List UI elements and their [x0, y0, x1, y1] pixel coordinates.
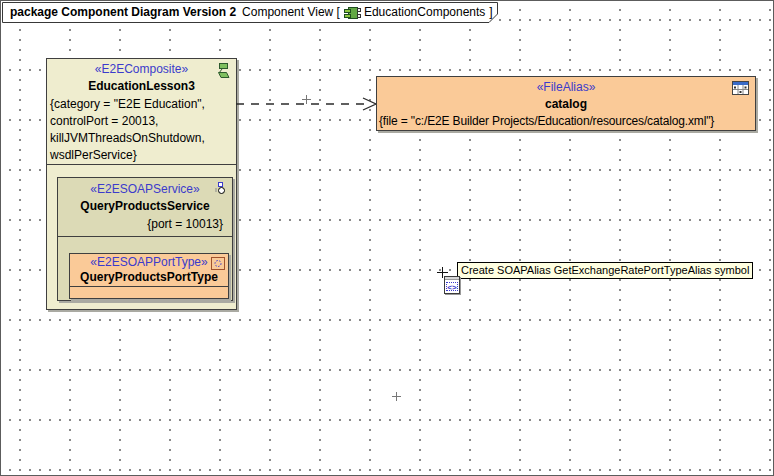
- node-query-products-service[interactable]: «E2ESOAPService» QueryProductsService {p…: [57, 177, 233, 301]
- component-icon: [344, 5, 361, 21]
- soap-service-icon: [213, 182, 226, 195]
- node-catalog[interactable]: «FileAlias» catalog {file = "c:/E2E Buil…: [376, 76, 756, 131]
- tooltip: Create SOAPAlias GetExchangeRatePortType…: [457, 262, 753, 279]
- compartment-separator: [70, 286, 228, 287]
- stereotype-label: «E2EComposite»: [47, 62, 236, 76]
- code-glyph: <>: [446, 282, 458, 291]
- file-property: {file = "c:/E2E Builder Projects/Educati…: [377, 113, 755, 130]
- compartment-separator: [47, 164, 236, 165]
- crosshair-icon: [442, 267, 443, 278]
- node-education-lesson3[interactable]: «E2EComposite» EducationLesson3 {categor…: [46, 58, 237, 310]
- node-name: EducationLesson3: [47, 79, 236, 93]
- diagram-frame-tab[interactable]: package Component Diagram Version 2 Comp…: [2, 2, 502, 24]
- node-name: QueryProductsService: [58, 199, 232, 213]
- grid-plus-marker: [392, 392, 401, 401]
- compartment-separator: [58, 236, 232, 237]
- diagram-name: EducationComponents: [364, 5, 485, 20]
- node-name: catalog: [377, 97, 755, 111]
- stereotype-label: «E2ESOAPService»: [58, 182, 232, 196]
- view-label: Component View [: [242, 5, 340, 20]
- document-header: [445, 277, 459, 280]
- port-property: {port = 10013}: [58, 216, 232, 233]
- file-alias-table-icon: [732, 81, 749, 95]
- node-properties: {category = "E2E Education", controlPort…: [47, 96, 236, 164]
- tab-close-bracket: ]: [489, 5, 492, 20]
- package-title: package Component Diagram Version 2: [10, 5, 236, 20]
- stereotype-label: «E2ESOAPPortType»: [70, 255, 228, 269]
- soap-port-type-icon: [211, 257, 225, 270]
- grid-plus-marker: [302, 95, 311, 104]
- node-name: QueryProductsPortType: [70, 270, 228, 284]
- stereotype-label: «FileAlias»: [377, 80, 755, 94]
- composite-component-icon: [214, 63, 231, 79]
- create-symbol-cursor: <>: [437, 267, 463, 295]
- node-query-products-port-type[interactable]: «E2ESOAPPortType» QueryProductsPortType: [69, 253, 229, 299]
- document-icon: <>: [444, 276, 460, 294]
- diagram-canvas: package Component Diagram Version 2 Comp…: [0, 0, 774, 476]
